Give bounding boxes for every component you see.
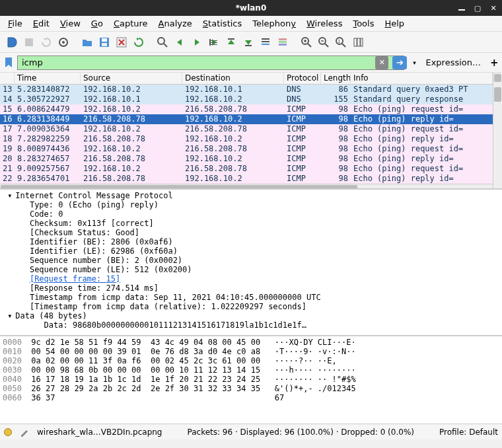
- first-packet-button[interactable]: [223, 34, 239, 50]
- hex-row[interactable]: 0060 36 37 67: [3, 393, 499, 402]
- packet-row[interactable]: 177.009036364192.168.10.2216.58.208.78IC…: [0, 124, 493, 134]
- detail-line[interactable]: Identifier (LE): 62986 (0xf60a): [3, 246, 499, 256]
- detail-line[interactable]: [Checksum Status: Good]: [3, 228, 499, 237]
- svg-rect-11: [209, 44, 217, 45]
- cell-source: 216.58.208.78: [81, 174, 182, 184]
- menu-go[interactable]: Go: [87, 17, 107, 30]
- packet-row[interactable]: 229.283654701216.58.208.78192.168.10.2IC…: [0, 174, 493, 184]
- col-header-length[interactable]: Length: [321, 73, 351, 84]
- col-header-destination[interactable]: Destination: [182, 73, 284, 84]
- close-file-button[interactable]: [114, 34, 129, 50]
- packet-details-pane[interactable]: ▾Internet Control Message Protocol Type:…: [0, 188, 502, 335]
- menu-view[interactable]: View: [56, 17, 85, 30]
- apply-filter-button[interactable]: ➔: [392, 56, 407, 69]
- packet-row[interactable]: 156.008624479192.168.10.2216.58.208.78IC…: [0, 104, 493, 114]
- detail-line[interactable]: Timestamp from icmp data: Sep 11, 2021 0…: [3, 293, 499, 302]
- capture-options-button[interactable]: [55, 34, 71, 50]
- maximize-button[interactable]: ▢: [473, 3, 482, 13]
- packet-row[interactable]: 187.282982259216.58.208.78192.168.10.2IC…: [0, 134, 493, 144]
- filter-history-dropdown[interactable]: ▾: [410, 59, 419, 66]
- menu-help[interactable]: Help: [380, 17, 408, 30]
- menu-telephony[interactable]: Telephony: [248, 17, 300, 30]
- detail-line[interactable]: [Timestamp from icmp data (relative): 1.…: [3, 302, 499, 311]
- hex-row[interactable]: 0000 9c d2 1e 58 51 f9 44 59 43 4c 49 04…: [3, 338, 499, 347]
- last-packet-button[interactable]: [240, 34, 256, 50]
- hex-row[interactable]: 0030 00 00 98 68 0b 00 00 00 00 00 10 11…: [3, 365, 499, 375]
- menu-capture[interactable]: Capture: [110, 17, 152, 30]
- col-header-info[interactable]: Info: [351, 73, 493, 84]
- resize-columns-button[interactable]: [350, 34, 366, 50]
- goto-packet-button[interactable]: [206, 34, 222, 50]
- packet-row[interactable]: 208.283274657216.58.208.78192.168.10.2IC…: [0, 154, 493, 164]
- menu-edit[interactable]: Edit: [29, 17, 54, 30]
- detail-line[interactable]: Identifier (BE): 2806 (0x0af6): [3, 237, 499, 246]
- svg-rect-26: [361, 38, 363, 46]
- close-button[interactable]: ✕: [489, 3, 498, 13]
- detail-line[interactable]: [Response time: 274.514 ms]: [3, 283, 499, 293]
- cell-no: 19: [0, 144, 15, 154]
- packet-row[interactable]: 219.009257567192.168.10.2216.58.208.78IC…: [0, 164, 493, 174]
- zoom-reset-button[interactable]: 1: [333, 34, 349, 50]
- menu-file[interactable]: File: [4, 17, 26, 30]
- packet-vscrollbar[interactable]: [493, 73, 502, 188]
- bookmark-icon[interactable]: [3, 57, 15, 69]
- save-file-button[interactable]: [96, 34, 112, 50]
- packet-hscrollbar[interactable]: [0, 184, 493, 188]
- menu-statistics[interactable]: Statistics: [199, 17, 246, 30]
- col-header-time[interactable]: Time: [15, 73, 81, 84]
- hex-row[interactable]: 0040 16 17 18 19 1a 1b 1c 1d 1e 1f 20 21…: [3, 375, 499, 384]
- clear-filter-button[interactable]: ✕: [375, 56, 388, 69]
- frame-link[interactable]: [Request frame: 15]: [30, 274, 120, 283]
- add-filter-button[interactable]: +: [487, 56, 499, 70]
- detail-line[interactable]: Code: 0: [3, 209, 499, 219]
- start-capture-button[interactable]: [4, 34, 20, 50]
- hex-row[interactable]: 0050 26 27 28 29 2a 2b 2c 2d 2e 2f 30 31…: [3, 384, 499, 393]
- menu-tools[interactable]: Tools: [349, 17, 378, 30]
- expression-button[interactable]: Expression…: [421, 56, 485, 69]
- prev-packet-button[interactable]: [172, 34, 188, 50]
- packet-row[interactable]: 135.283140872192.168.10.2192.168.10.1DNS…: [0, 85, 493, 94]
- detail-line[interactable]: ▾Internet Control Message Protocol: [3, 191, 499, 200]
- status-filename[interactable]: wireshark_wla…VB2DIn.pcapng: [37, 428, 162, 437]
- cell-time: 6.008624479: [15, 104, 81, 114]
- cell-info: Echo (ping) request id=: [351, 104, 493, 114]
- expand-arrow-icon[interactable]: ▾: [7, 311, 15, 320]
- stop-capture-button[interactable]: [21, 34, 37, 50]
- detail-line[interactable]: Checksum: 0x113f [correct]: [3, 219, 499, 228]
- reload-button[interactable]: [131, 34, 147, 50]
- menu-analyze[interactable]: Analyze: [155, 17, 196, 30]
- expand-arrow-icon[interactable]: ▾: [7, 191, 15, 200]
- next-packet-button[interactable]: [189, 34, 205, 50]
- detail-line[interactable]: [Request frame: 15]: [3, 274, 499, 283]
- status-profile[interactable]: Profile: Default: [439, 428, 498, 437]
- detail-line[interactable]: Sequence number (LE): 512 (0x0200): [3, 265, 499, 274]
- minimize-button[interactable]: [457, 3, 466, 13]
- detail-line[interactable]: Data: 98680b0000000000101112131415161718…: [3, 320, 499, 330]
- expert-info-icon[interactable]: [4, 428, 12, 436]
- zoom-in-button[interactable]: [299, 34, 314, 50]
- packet-row[interactable]: 166.283138449216.58.208.78192.168.10.2IC…: [0, 114, 493, 124]
- packet-bytes-pane[interactable]: 0000 9c d2 1e 58 51 f9 44 59 43 4c 49 04…: [0, 335, 502, 424]
- packet-row[interactable]: 198.008974436192.168.10.2216.58.208.78IC…: [0, 144, 493, 154]
- col-header-protocol[interactable]: Protocol: [284, 73, 321, 84]
- svg-point-7: [158, 38, 164, 44]
- edit-capture-icon[interactable]: [20, 428, 29, 437]
- col-header-no[interactable]: [0, 73, 15, 84]
- cell-destination: 192.168.10.2: [182, 114, 284, 124]
- restart-capture-button[interactable]: [38, 34, 54, 50]
- open-file-button[interactable]: [79, 34, 95, 50]
- packet-row[interactable]: 145.305722927192.168.10.1192.168.10.2DNS…: [0, 94, 493, 104]
- detail-line[interactable]: Type: 0 (Echo (ping) reply): [3, 200, 499, 209]
- display-filter-input[interactable]: [17, 56, 404, 70]
- autoscroll-button[interactable]: [258, 34, 273, 50]
- menu-wireless[interactable]: Wireless: [303, 17, 346, 30]
- detail-line[interactable]: Sequence number (BE): 2 (0x0002): [3, 256, 499, 265]
- colorize-button[interactable]: [275, 34, 291, 50]
- cell-time: 7.009036364: [15, 124, 81, 134]
- find-packet-button[interactable]: [155, 34, 170, 50]
- detail-line[interactable]: ▾Data (48 bytes): [3, 311, 499, 320]
- hex-row[interactable]: 0010 00 54 00 00 00 00 39 01 0e 76 d8 3a…: [3, 347, 499, 356]
- col-header-source[interactable]: Source: [81, 73, 182, 84]
- zoom-out-button[interactable]: [316, 34, 332, 50]
- hex-row[interactable]: 0020 0a 02 00 00 11 3f 0a f6 00 02 45 2c…: [3, 356, 499, 365]
